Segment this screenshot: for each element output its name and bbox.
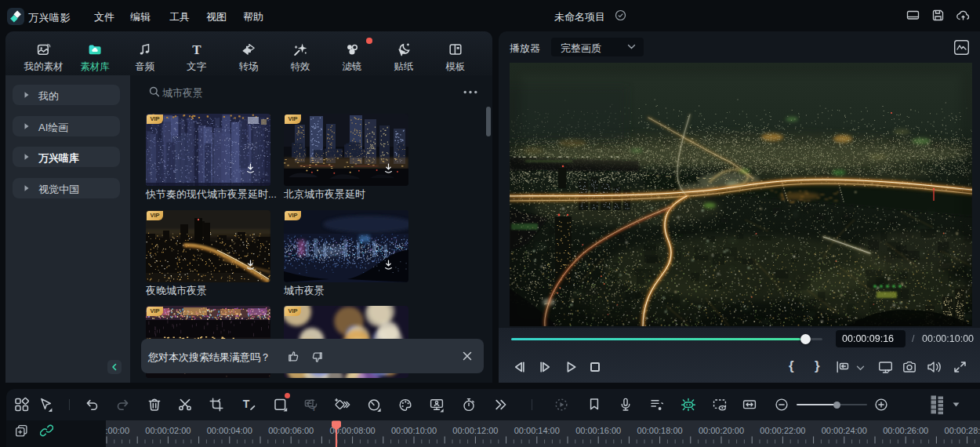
svg-text:T: T	[192, 42, 201, 56]
svg-text:T: T	[243, 398, 250, 410]
svg-text:T: T	[311, 404, 316, 412]
